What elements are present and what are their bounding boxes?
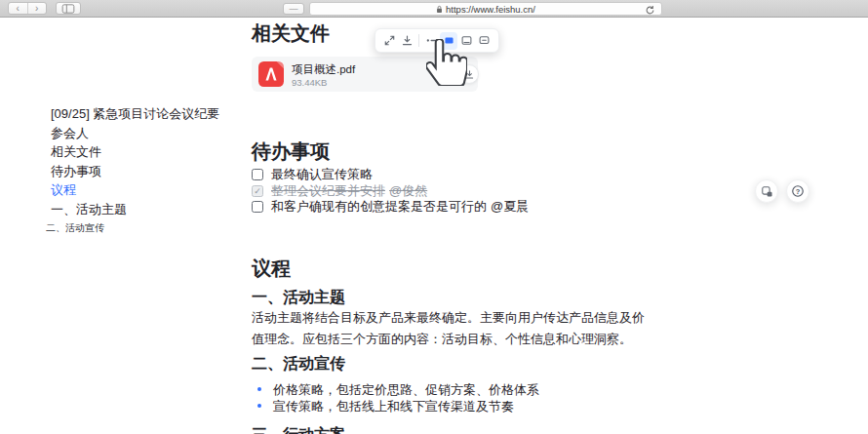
bullet-text: 价格策略，包括定价思路、促销方案、价格体系 [273, 381, 539, 399]
outline-item-agenda[interactable]: 议程 [51, 180, 246, 200]
agenda-sub2-heading: 二、活动宣传 [252, 354, 345, 375]
download-icon[interactable] [398, 32, 415, 50]
attachment-card[interactable]: 项目概述.pdf 93.44KB [252, 57, 478, 92]
bullet-dot [257, 404, 261, 408]
todo-checkbox-unchecked[interactable] [252, 201, 263, 213]
todo-mention[interactable]: @俊然 [389, 182, 427, 200]
related-files-heading: 相关文件 [252, 20, 330, 47]
agenda-heading: 议程 [252, 256, 291, 282]
outline-item-promotion[interactable]: 二、活动宣传 [46, 218, 246, 237]
agenda-sub1-heading: 一、活动主题 [252, 288, 345, 308]
lock-icon [436, 5, 443, 14]
todo-text: 整理会议纪要并安排 [271, 182, 385, 200]
agenda-bullet-list: 价格策略，包括定价思路、促销方案、价格体系 宣传策略，包括线上和线下宣传渠道及节… [252, 381, 539, 414]
attachment-filesize: 93.44KB [292, 77, 327, 88]
attachment-toolbar-popup [375, 28, 499, 53]
sidebar-icon [61, 4, 75, 14]
attachment-filename: 项目概述.pdf [292, 62, 355, 77]
outline-item-doc-title[interactable]: [09/25] 紧急项目讨论会议纪要 [51, 104, 246, 124]
url-text: https://www.feishu.cn/ [446, 4, 535, 15]
help-button[interactable]: ? [786, 179, 809, 203]
inline-view-icon[interactable] [422, 32, 440, 50]
eye-icon [441, 68, 453, 80]
bullet-item: 宣传策略，包括线上和线下宣传渠道及节奏 [252, 398, 539, 414]
preview-eye-button[interactable] [437, 64, 456, 84]
outline-item-theme[interactable]: 一、活动主题 [51, 200, 246, 219]
windows-icon [761, 185, 773, 198]
widget-button[interactable] [755, 179, 778, 203]
agenda-sub3-heading: 三、行动方案 [252, 425, 345, 434]
todo-text: 最终确认宣传策略 [271, 166, 373, 183]
pdf-file-icon [258, 61, 284, 91]
bullet-dot [257, 387, 261, 391]
reload-button[interactable] [645, 5, 655, 16]
bullet-item: 价格策略，包括定价思路、促销方案、价格体系 [252, 381, 539, 398]
comment-icon[interactable] [475, 32, 493, 50]
forward-button[interactable]: › [28, 3, 47, 14]
todo-checkbox-checked[interactable]: ✓ [252, 185, 263, 197]
toolbar-divider [418, 34, 419, 47]
attachment-download-button[interactable] [459, 64, 479, 84]
back-button[interactable]: ‹ [9, 3, 28, 14]
question-mark-icon: ? [791, 184, 805, 198]
bullet-text: 宣传策略，包括线上和线下宣传渠道及节奏 [273, 398, 514, 415]
address-bar[interactable]: https://www.feishu.cn/ [309, 2, 662, 16]
todos-heading: 待办事项 [252, 138, 330, 165]
expand-icon[interactable] [380, 32, 398, 50]
preview-view-icon[interactable] [457, 32, 475, 50]
outline-item-participants[interactable]: 参会人 [51, 124, 246, 143]
browser-chrome: ‹ › — https://www.feishu.cn/ [0, 0, 868, 18]
nav-buttons: ‹ › [8, 2, 47, 15]
todo-item: 最终确认宣传策略 [252, 167, 529, 183]
svg-text:?: ? [796, 187, 801, 196]
document-outline: [09/25] 紧急项目讨论会议纪要 参会人 相关文件 待办事项 议程 一、活动… [51, 104, 246, 237]
card-view-icon[interactable] [440, 32, 457, 50]
todo-item: 和客户确现有的创意提案是否是可行的 @夏晨 [252, 199, 529, 216]
todo-mention[interactable]: @夏晨 [491, 198, 529, 216]
agenda-sub1-paragraph: 活动主题将结合目标及产品来最终确定。主要向用户传达产品信息及价值理念。应包括三个… [252, 307, 648, 349]
sidebar-toggle-button[interactable] [56, 2, 81, 15]
todo-checkbox-unchecked[interactable] [252, 169, 263, 180]
todo-item: ✓ 整理会议纪要并安排 @俊然 [252, 183, 529, 200]
outline-item-related-files[interactable]: 相关文件 [51, 142, 246, 162]
outline-item-todos[interactable]: 待办事项 [51, 162, 246, 181]
todo-text: 和客户确现有的创意提案是否是可行的 [271, 198, 487, 216]
download-small-icon [464, 69, 475, 80]
todo-list: 最终确认宣传策略 ✓ 整理会议纪要并安排 @俊然 和客户确现有的创意提案是否是可… [252, 167, 529, 216]
minimize-tab-button[interactable]: — [283, 3, 304, 15]
